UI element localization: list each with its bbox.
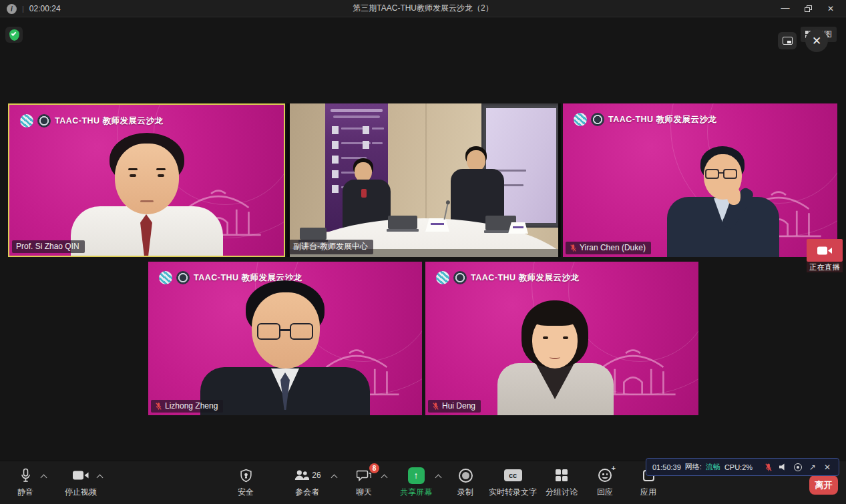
breakout-icon [556, 469, 568, 481]
window-title: 第三期TAAC-THU教师发展云沙龙（2） [0, 3, 846, 14]
muted-mic-icon [570, 244, 577, 252]
stop-video-label: 停止视频 [65, 487, 97, 498]
stop-video-button[interactable]: 停止视频 [65, 467, 97, 498]
transcription-label: 实时转录文字 [489, 487, 537, 498]
reactions-icon [598, 469, 612, 482]
record-button[interactable]: 录制 [457, 467, 473, 498]
participant-video [563, 103, 837, 257]
security-shield-button[interactable] [5, 27, 23, 43]
stats-muted-mic-button[interactable] [763, 463, 774, 472]
participant-name-tag: Yiran Chen (Duke) [566, 242, 651, 254]
participant-name: Prof. Si Zhao QIN [16, 242, 79, 251]
record-label: 录制 [457, 487, 473, 498]
live-label: 正在直播 [807, 262, 843, 272]
participant-name: Hui Deng [442, 401, 475, 411]
reactions-button[interactable]: + 回应 [597, 467, 613, 498]
share-screen-label: 共享屏幕 [400, 487, 432, 498]
leave-button[interactable]: 离开 [809, 475, 838, 495]
cpu-usage: CPU:2% [724, 463, 753, 471]
muted-mic-icon [432, 402, 439, 411]
restore-icon [805, 5, 812, 12]
video-tile-zheng[interactable]: TAAC-THU 教师发展云沙龙 Lizhong Zheng [148, 262, 422, 415]
network-label: 网络: [685, 462, 702, 472]
name-card [508, 222, 528, 234]
participant-video [9, 105, 284, 256]
participant-name: 副讲台-教师发展中心 [293, 241, 368, 252]
participants-icon [293, 469, 309, 481]
title-bar: i | 02:00:24 第三期TAAC-THU教师发展云沙龙（2） — ✕ [0, 0, 846, 17]
chat-button[interactable]: 8 聊天 [356, 467, 372, 498]
stream-duration: 01:50:39 [652, 463, 681, 471]
participants-label: 参会者 [295, 487, 319, 498]
stats-close-button[interactable]: ✕ [822, 463, 833, 472]
apps-label: 应用 [640, 487, 656, 498]
picture-in-picture-icon [783, 37, 793, 45]
room-video [286, 103, 561, 257]
participant-video [425, 262, 698, 415]
video-tile-chen[interactable]: TAAC-THU 教师发展云沙龙 Yiran Chen (Duke) [563, 103, 837, 257]
security-label: 安全 [238, 487, 254, 498]
exit-fullscreen-button[interactable]: ✕ [805, 29, 828, 52]
stats-speaker-button[interactable] [778, 463, 789, 471]
cc-icon: cc [504, 469, 522, 481]
video-tile-deng[interactable]: TAAC-THU 教师发展云沙龙 Hui Deng [425, 262, 698, 415]
video-tile-qin[interactable]: TAAC-THU 教师发展云沙龙 Prof. Si Zhao QIN [8, 103, 285, 257]
transcription-button[interactable]: cc 实时转录文字 [489, 467, 537, 498]
mic-icon [20, 468, 31, 483]
participants-button[interactable]: 26 参会者 [293, 467, 321, 498]
plus-icon: + [612, 464, 616, 472]
live-stream-badge: 正在直播 [807, 239, 843, 272]
share-screen-button[interactable]: ↑ 共享屏幕 [400, 467, 432, 498]
participant-name-tag: Hui Deng [428, 400, 481, 413]
stats-popout-button[interactable]: ↗ [807, 463, 818, 472]
shield-icon [240, 469, 252, 483]
participant-video [148, 262, 422, 415]
chat-unread-badge: 8 [369, 463, 379, 473]
security-button[interactable]: 安全 [238, 467, 254, 498]
titlebar-separator: | [22, 5, 24, 13]
minimize-to-pip-button[interactable] [778, 32, 797, 49]
breakout-rooms-button[interactable]: 分组讨论 [546, 467, 578, 498]
breakout-label: 分组讨论 [546, 487, 578, 498]
participant-name-tag: Prof. Si Zhao QIN [12, 240, 85, 253]
muted-mic-icon [155, 402, 162, 411]
session-stats-panel: 01:50:39 网络: 流畅 CPU:2% ↗ ✕ [646, 458, 839, 476]
share-screen-icon: ↑ [408, 467, 425, 484]
meeting-info-icon[interactable]: i [7, 4, 17, 14]
video-tile-room[interactable]: 副讲台-教师发展中心 [286, 103, 561, 257]
participant-name: Lizhong Zheng [165, 401, 218, 411]
restore-button[interactable] [798, 1, 818, 16]
chat-label: 聊天 [356, 487, 372, 498]
participant-name: Yiran Chen (Duke) [580, 243, 646, 252]
shield-check-icon [9, 29, 19, 41]
mute-button[interactable]: 静音 [17, 467, 33, 498]
meeting-window: i | 02:00:24 第三期TAAC-THU教师发展云沙龙（2） — ✕ 视… [0, 0, 846, 504]
live-camera-icon [807, 239, 843, 262]
mute-label: 静音 [17, 487, 33, 498]
participants-count: 26 [312, 471, 321, 480]
chat-icon [357, 469, 371, 482]
record-icon [459, 469, 473, 483]
stats-settings-button[interactable] [793, 463, 803, 471]
close-window-button[interactable]: ✕ [821, 1, 841, 16]
network-status: 流畅 [706, 462, 720, 472]
participant-name-tag: 副讲台-教师发展中心 [289, 240, 373, 254]
name-card [425, 218, 449, 232]
camera-icon [72, 470, 89, 481]
participant-name-tag: Lizhong Zheng [151, 400, 223, 413]
reactions-label: 回应 [597, 487, 613, 498]
meeting-timer: 02:00:24 [29, 4, 61, 13]
minimize-button[interactable]: — [775, 1, 795, 16]
